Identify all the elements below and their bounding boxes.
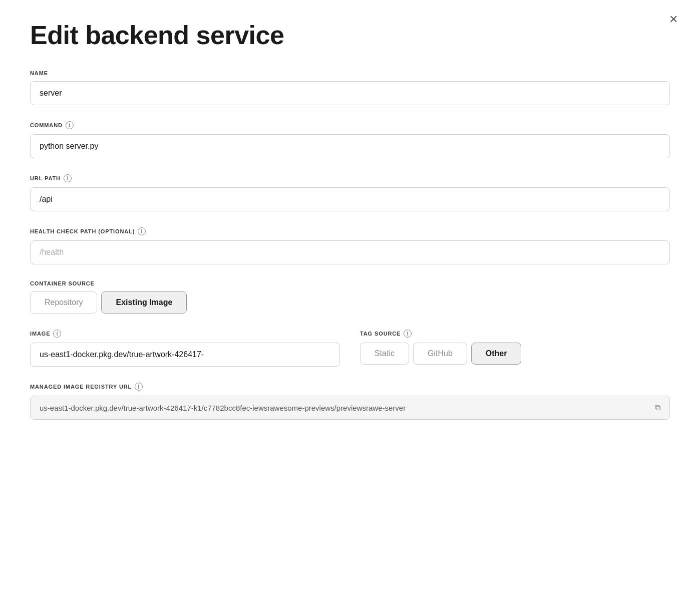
close-button[interactable]: ✕: [667, 12, 680, 27]
tag-source-field-group: TAG SOURCE i Static GitHub Other: [360, 330, 670, 365]
copy-url-icon[interactable]: ⧉: [655, 403, 660, 412]
tag-source-static-button[interactable]: Static: [360, 343, 409, 365]
managed-registry-url-value: us-east1-docker.pkg.dev/true-artwork-426…: [40, 404, 651, 412]
url-path-field-group: URL PATH i: [30, 174, 670, 211]
tag-source-other-button[interactable]: Other: [471, 343, 522, 365]
url-path-label: URL PATH i: [30, 174, 670, 182]
command-label: COMMAND i: [30, 121, 670, 129]
container-source-label: CONTAINER SOURCE: [30, 280, 670, 286]
url-path-input[interactable]: [30, 187, 670, 211]
health-check-info-icon: i: [138, 227, 146, 235]
image-tag-row: IMAGE i TAG SOURCE i Static GitHub Other: [30, 330, 670, 383]
tag-source-label: TAG SOURCE i: [360, 330, 670, 338]
container-source-field-group: CONTAINER SOURCE Repository Existing Ima…: [30, 280, 670, 314]
image-label: IMAGE i: [30, 330, 340, 338]
page-title: Edit backend service: [30, 20, 670, 50]
image-input[interactable]: [30, 343, 340, 367]
image-info-icon: i: [53, 330, 61, 338]
name-field-group: NAME: [30, 70, 670, 105]
container-source-options: Repository Existing Image: [30, 291, 670, 314]
image-field-group: IMAGE i: [30, 330, 340, 367]
managed-registry-url-display: us-east1-docker.pkg.dev/true-artwork-426…: [30, 396, 670, 420]
container-source-repository-button[interactable]: Repository: [30, 291, 97, 314]
health-check-field-group: HEALTH CHECK PATH (OPTIONAL) i: [30, 227, 670, 264]
health-check-label: HEALTH CHECK PATH (OPTIONAL) i: [30, 227, 670, 235]
tag-source-options: Static GitHub Other: [360, 343, 670, 365]
tag-source-github-button[interactable]: GitHub: [413, 343, 467, 365]
command-field-group: COMMAND i: [30, 121, 670, 158]
command-info-icon: i: [66, 121, 74, 129]
container-source-existing-image-button[interactable]: Existing Image: [101, 291, 187, 314]
managed-registry-url-info-icon: i: [135, 383, 143, 391]
name-input[interactable]: [30, 81, 670, 105]
tag-source-info-icon: i: [404, 330, 412, 338]
command-input[interactable]: [30, 134, 670, 158]
managed-registry-url-label: MANAGED IMAGE REGISTRY URL i: [30, 383, 670, 391]
name-label: NAME: [30, 70, 670, 76]
managed-registry-url-field-group: MANAGED IMAGE REGISTRY URL i us-east1-do…: [30, 383, 670, 420]
url-path-info-icon: i: [64, 174, 72, 182]
health-check-input[interactable]: [30, 240, 670, 264]
